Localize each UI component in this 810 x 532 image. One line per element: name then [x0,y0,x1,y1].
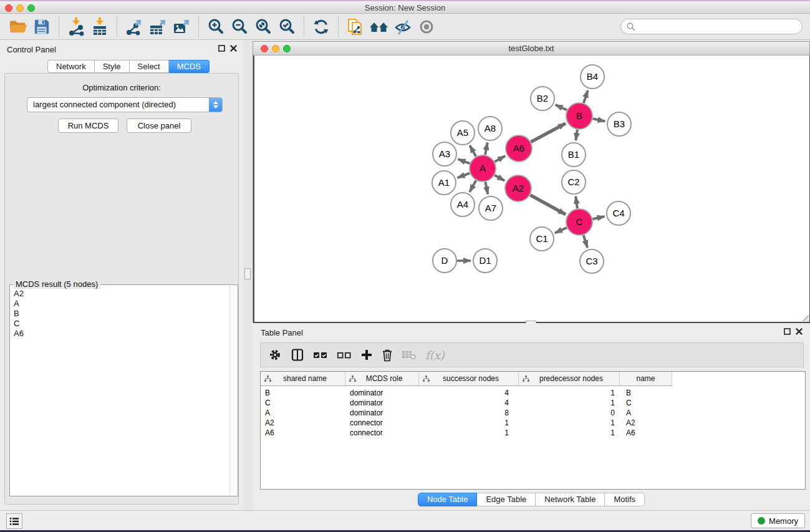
resize-grip[interactable] [801,314,809,321]
zoom-in-button[interactable] [204,16,228,38]
table-row[interactable]: B dominator 4 1 B [261,389,672,399]
deselect-all-icon[interactable] [337,349,352,360]
edge-A6-B[interactable] [531,123,566,142]
node-A5[interactable]: A5 [451,121,475,145]
add-column-icon[interactable] [360,349,373,361]
node-C1[interactable]: C1 [530,227,554,251]
delete-column-icon[interactable] [382,349,393,362]
tab-network[interactable]: Network [47,60,95,73]
node-C3[interactable]: C3 [580,249,604,273]
zoom-selected-button[interactable] [275,16,299,38]
split-view-icon[interactable] [291,348,304,362]
export-network-button[interactable] [122,16,146,38]
edge-B-B2[interactable] [556,105,567,110]
import-table-button[interactable] [88,16,112,38]
show-details-button[interactable] [415,16,438,38]
show-panels-button[interactable] [6,513,22,529]
node-D[interactable]: D [433,249,456,273]
search-field[interactable] [620,19,803,34]
delete-table-icon[interactable] [402,349,417,360]
tab-motifs[interactable]: Motifs [605,493,645,506]
node-A[interactable]: A [470,155,496,181]
search-input[interactable] [636,21,802,33]
tab-network-table[interactable]: Network Table [536,493,605,506]
edge-B-B3[interactable] [593,118,605,121]
list-scrollbar[interactable] [229,286,237,495]
node-C2[interactable]: C2 [562,170,586,194]
node-A7[interactable]: A7 [479,196,503,220]
tab-node-table[interactable]: Node Table [418,493,478,506]
criterion-select[interactable]: largest connected component (directed) [27,97,223,112]
edge-A-A3[interactable] [458,159,470,163]
edge-A-A5[interactable] [470,145,476,157]
edge-C-C4[interactable] [592,216,604,219]
list-item[interactable]: A [14,299,229,309]
node-A4[interactable]: A4 [451,193,475,216]
edge-C-C2[interactable] [576,196,577,208]
mcds-result-list[interactable]: A2 A B C A6 [11,289,229,495]
close-panel-button[interactable]: Close panel [127,118,191,133]
node-A6[interactable]: A6 [506,135,532,162]
node-C[interactable]: C [566,209,592,235]
edge-A-A4[interactable] [470,180,476,192]
edge-C-C1[interactable] [555,228,567,233]
node-table[interactable]: shared name MCDS role successor nodes pr… [260,371,806,490]
export-image-button[interactable] [170,16,193,38]
node-A8[interactable]: A8 [478,117,502,140]
column-header-predecessor-nodes[interactable]: predecessor nodes [519,372,620,385]
edge-A-A8[interactable] [485,143,488,155]
list-item[interactable]: C [14,319,229,329]
tab-mcds[interactable]: MCDS [169,60,210,73]
network-canvas[interactable]: AA1A2A3A4A5A6A7A8BB1B2B3B4CC1C2C3C4DD1 [253,56,810,323]
zoom-out-button[interactable] [228,16,251,38]
edge-A-A1[interactable] [458,173,470,178]
network-window-titlebar[interactable]: testGlobe.txt [253,42,809,56]
table-row[interactable]: C dominator 4 1 C [261,399,672,409]
list-item[interactable]: B [14,309,229,319]
zoom-fit-button[interactable] [251,16,275,38]
hide-details-button[interactable] [391,16,415,38]
run-mcds-button[interactable]: Run MCDS [58,118,118,133]
edge-B-B1[interactable] [576,130,577,140]
open-session-button[interactable] [6,16,30,38]
column-header-mcds-role[interactable]: MCDS role [345,372,419,385]
edge-B-B4[interactable] [584,90,588,103]
table-row[interactable]: A2 connector 1 1 A2 [261,418,672,428]
duplicate-network-button[interactable] [344,16,367,38]
node-B3[interactable]: B3 [607,112,631,136]
node-D1[interactable]: D1 [473,249,497,273]
node-B[interactable]: B [566,103,592,129]
memory-button[interactable]: Memory [751,513,805,528]
tab-edge-table[interactable]: Edge Table [477,493,536,506]
close-panel-icon[interactable] [230,45,237,52]
list-item[interactable]: A2 [14,289,229,299]
home-layout-button[interactable] [367,16,391,38]
node-C4[interactable]: C4 [607,201,630,225]
list-item[interactable]: A6 [14,329,229,339]
table-row[interactable]: A dominator 8 0 A [261,409,672,418]
float-panel-icon[interactable] [784,328,791,335]
node-A2[interactable]: A2 [505,175,531,201]
float-panel-icon[interactable] [218,45,225,52]
save-session-button[interactable] [30,16,54,38]
function-builder-icon[interactable]: f(x) [425,349,445,362]
node-B1[interactable]: B1 [562,143,586,167]
gear-icon[interactable] [268,348,282,362]
tab-select[interactable]: Select [130,60,169,73]
column-header-shared-name[interactable]: shared name [261,372,345,385]
network-graph[interactable]: AA1A2A3A4A5A6A7A8BB1B2B3B4CC1C2C3C4DD1 [254,56,809,321]
table-row[interactable]: A6 connector 1 1 A6 [261,428,672,438]
node-A3[interactable]: A3 [433,142,456,166]
node-B4[interactable]: B4 [581,65,604,89]
select-all-icon[interactable] [313,349,328,360]
edge-A2-C[interactable] [530,195,566,215]
tab-style[interactable]: Style [95,60,130,73]
column-header-successor-nodes[interactable]: successor nodes [419,372,519,385]
export-table-button[interactable] [146,16,170,38]
column-header-name[interactable]: name [620,372,672,385]
node-A1[interactable]: A1 [432,171,456,195]
close-panel-icon[interactable] [796,328,803,335]
vertical-splitter-handle[interactable] [244,268,251,279]
edge-A-A6[interactable] [494,156,505,162]
node-B2[interactable]: B2 [531,87,554,110]
